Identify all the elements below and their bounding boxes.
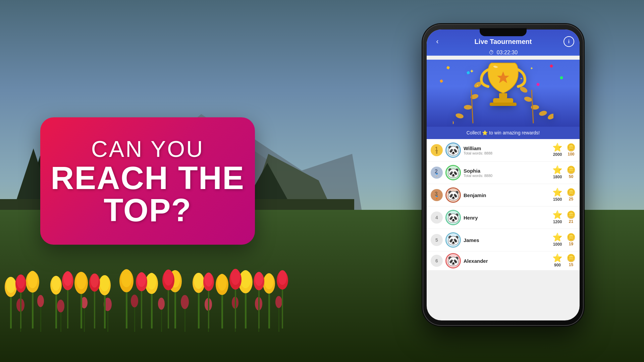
star-count-benjamin: 1500 — [553, 197, 562, 202]
avatar-alexander: 🐼 — [445, 253, 461, 268]
star-icon-henry: ⭐ — [552, 211, 562, 219]
star-score-william: ⭐ 2000 — [552, 143, 562, 157]
leaderboard-row-4: 4 🐼 Henry ⭐ 1200 🪙 21 — [427, 206, 580, 229]
svg-point-44 — [28, 271, 38, 288]
coin-count-henry: 21 — [569, 219, 573, 224]
rank-badge-4: 4 — [431, 212, 443, 224]
svg-point-47 — [52, 276, 60, 291]
leaderboard-row-2: 2 🥈 🐼 Sophia Total words: 8880 ⭐ 1800 — [427, 162, 580, 184]
coin-pile-james: 🪙 19 — [567, 234, 576, 246]
star-icon-james: ⭐ — [552, 233, 562, 241]
svg-point-30 — [181, 295, 189, 309]
svg-point-98 — [255, 272, 263, 286]
leaderboard-row-5: 5 🐼 James ⭐ 1000 🪙 19 — [427, 229, 580, 251]
confetti-5 — [440, 79, 443, 83]
confetti-4 — [560, 76, 563, 79]
star-count-sophia: 1800 — [553, 175, 562, 179]
player-name-henry: Henry — [464, 215, 550, 221]
trophy-svg: ✦ ✦ ✦ ✦ — [453, 60, 553, 127]
svg-point-65 — [194, 273, 203, 289]
svg-point-105 — [455, 113, 464, 119]
svg-point-83 — [91, 274, 99, 288]
svg-point-53 — [100, 275, 109, 291]
svg-point-111 — [538, 110, 547, 117]
star-icon-benjamin: ⭐ — [552, 188, 562, 196]
avatar-william: 🐼 — [445, 142, 461, 158]
coin-count-james: 19 — [569, 242, 573, 246]
svg-text:✦: ✦ — [520, 77, 523, 80]
player-name-benjamin: Benjamin — [464, 192, 550, 198]
leaderboard: 1 🎖 🐼 William Total words: 8888 ⭐ 2000 — [427, 139, 580, 270]
svg-point-89 — [164, 269, 173, 286]
svg-rect-117 — [490, 103, 517, 106]
player-name-james: James — [464, 237, 550, 243]
promo-line2: REACH THE — [51, 162, 245, 194]
coin-icon-alexander: 🪙 — [567, 254, 576, 262]
star-icon-alexander: ⭐ — [552, 254, 562, 262]
timer-icon: ⏱ — [489, 50, 494, 56]
phone-shell: ‹ Live Taournement i ⏱ 03:22:30 — [423, 24, 584, 326]
collect-banner: Collect ⭐ to win amazing rewards! — [427, 127, 580, 139]
phone-device: ‹ Live Taournement i ⏱ 03:22:30 — [423, 24, 584, 326]
star-count-william: 2000 — [553, 152, 562, 157]
trophy-area: ✦ ✦ ✦ ✦ — [427, 60, 580, 127]
info-button[interactable]: i — [564, 36, 574, 47]
svg-point-71 — [240, 270, 251, 288]
svg-point-28 — [158, 298, 165, 310]
coin-count-alexander: 15 — [569, 262, 573, 267]
svg-point-18 — [37, 295, 44, 307]
player-name-alexander: Alexander — [464, 258, 550, 264]
player-name-william: William — [464, 145, 550, 151]
svg-point-41 — [6, 277, 15, 293]
coin-pile-benjamin: 🪙 25 — [567, 189, 576, 201]
svg-text:✦: ✦ — [530, 66, 533, 71]
coin-count-benjamin: 25 — [569, 197, 573, 201]
star-count-alexander: 900 — [554, 263, 561, 267]
svg-text:✦: ✦ — [470, 68, 474, 74]
svg-point-104 — [464, 105, 472, 110]
player-info-james: James — [464, 237, 550, 243]
coin-icon-henry: 🪙 — [567, 211, 576, 219]
svg-text:✦: ✦ — [476, 84, 479, 87]
svg-point-101 — [278, 270, 287, 285]
back-button[interactable]: ‹ — [432, 36, 443, 47]
avatar-benjamin: 🐼 — [445, 187, 461, 203]
player-name-sophia: Sophia — [464, 168, 550, 174]
star-count-james: 1000 — [553, 242, 562, 247]
svg-point-68 — [217, 274, 227, 291]
star-score-benjamin: ⭐ 1500 — [552, 188, 562, 202]
coin-icon-sophia: 🪙 — [567, 166, 576, 174]
svg-point-112 — [547, 113, 553, 121]
confetti-1 — [446, 66, 450, 70]
svg-point-106 — [453, 118, 455, 126]
player-words-william: Total words: 8888 — [464, 151, 550, 155]
svg-point-80 — [63, 271, 72, 286]
rank-badge-3: 3 🥉 — [431, 189, 443, 201]
promo-panel: CAN YOU REACH THE TOP? — [40, 117, 255, 245]
promo-line3: TOP? — [104, 194, 192, 226]
svg-rect-116 — [493, 98, 513, 103]
avatar-henry: 🐼 — [445, 210, 461, 225]
svg-rect-115 — [499, 93, 507, 98]
coin-pile-henry: 🪙 21 — [567, 211, 576, 224]
avatar-james: 🐼 — [445, 232, 461, 248]
svg-point-56 — [121, 269, 132, 287]
star-score-henry: ⭐ 1200 — [552, 211, 562, 224]
rank-badge-1: 1 🎖 — [431, 144, 443, 156]
star-icon-william: ⭐ — [552, 143, 562, 152]
leaderboard-row-3: 3 🥉 🐼 Benjamin ⭐ 1500 🪙 — [427, 184, 580, 206]
svg-point-95 — [231, 269, 240, 285]
svg-point-109 — [524, 96, 533, 103]
player-info-william: William Total words: 8888 — [464, 145, 550, 155]
coin-icon-benjamin: 🪙 — [567, 189, 576, 196]
coin-icon-james: 🪙 — [567, 234, 576, 241]
coin-icon-william: 🪙 — [567, 144, 576, 151]
star-count-henry: 1200 — [553, 220, 562, 224]
coin-pile-sophia: 🪙 50 — [567, 166, 576, 179]
coin-count-sophia: 50 — [569, 174, 573, 179]
phone-screen: ‹ Live Taournement i ⏱ 03:22:30 — [427, 29, 580, 320]
svg-point-38 — [275, 296, 282, 308]
coin-pile-william: 🪙 100 — [567, 144, 576, 157]
app-title: Live Taournement — [443, 38, 564, 46]
leaderboard-row-6: 6 🐼 Alexander ⭐ 900 🪙 15 — [427, 251, 580, 270]
